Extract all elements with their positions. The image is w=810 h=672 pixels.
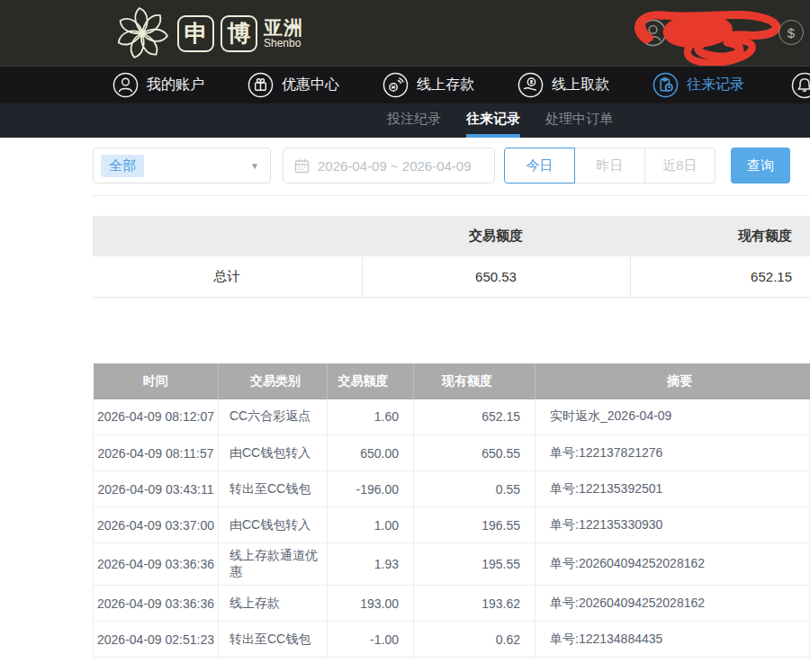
deposit-icon bbox=[382, 72, 409, 98]
transactions-table: 时间 交易类别 交易额度 现有额度 摘要 2026-04-09 08:12:07… bbox=[93, 363, 810, 659]
cell-amount: 1.60 bbox=[328, 399, 414, 435]
cell-balance: 650.55 bbox=[414, 435, 536, 471]
nav-label: 优惠中心 bbox=[282, 76, 339, 94]
cell-summary: 单号:202604094252028162 bbox=[536, 586, 810, 622]
col-header-balance: 现有额度 bbox=[414, 363, 536, 399]
divider bbox=[93, 195, 810, 196]
nav-item-online-withdraw[interactable]: 线上取款 bbox=[518, 72, 609, 98]
user-icon bbox=[112, 72, 139, 98]
table-row: 2026-04-09 08:12:07CC六合彩返点1.60652.15实时返水… bbox=[94, 399, 810, 435]
tab-bet-records[interactable]: 投注纪录 bbox=[387, 103, 441, 138]
nav-item-online-deposit[interactable]: 线上存款 bbox=[382, 72, 474, 98]
summary-header-current-amount: 现有额度 bbox=[630, 216, 810, 256]
col-header-summary: 摘要 bbox=[536, 363, 810, 399]
cell-amount: 193.00 bbox=[328, 586, 414, 622]
summary-table: 交易额度 现有额度 总计 650.53 652.15 bbox=[93, 216, 810, 298]
cell-type: 线上存款 bbox=[219, 586, 328, 622]
nav-label: 线上取款 bbox=[552, 76, 609, 94]
table-row: 2026-04-09 03:43:11转出至CC钱包-196.000.55单号:… bbox=[94, 471, 810, 507]
calendar-icon bbox=[294, 158, 310, 174]
cell-type: 线上存款通道优惠 bbox=[219, 543, 328, 586]
quick-date-button-group: 今日 昨日 近8日 bbox=[504, 148, 716, 184]
tab-transaction-records[interactable]: 往来记录 bbox=[466, 103, 520, 138]
summary-header-trade-amount: 交易额度 bbox=[362, 216, 630, 256]
chevron-down-icon: ▼ bbox=[250, 161, 259, 171]
nav-item-my-account[interactable]: 我的账户 bbox=[112, 72, 204, 98]
logo-char-bo: 博 bbox=[220, 15, 257, 52]
cell-summary: 单号:122134884435 bbox=[536, 622, 810, 658]
nav-label: 线上存款 bbox=[417, 76, 474, 94]
nav-label: 往来记录 bbox=[687, 76, 744, 94]
cell-amount: -196.00 bbox=[328, 471, 414, 507]
cell-summary: 单号:122135392501 bbox=[536, 471, 810, 507]
cell-time: 2026-04-09 08:12:07 bbox=[94, 399, 219, 435]
bell-icon[interactable] bbox=[791, 72, 810, 99]
redaction-scribble bbox=[626, 2, 790, 67]
main-nav: 我的账户 优惠中心 线上存款 线上取款 bbox=[0, 66, 810, 103]
type-dropdown-value: 全部 bbox=[101, 155, 144, 177]
cell-time: 2026-04-09 03:36:36 bbox=[94, 586, 219, 622]
sub-nav: 投注纪录 往来记录 处理中订单 bbox=[0, 103, 810, 138]
cell-time: 2026-04-09 03:36:36 bbox=[94, 543, 219, 586]
table-row: 2026-04-09 02:51:23转出至CC钱包-1.000.62单号:12… bbox=[94, 622, 810, 658]
nav-label: 我的账户 bbox=[147, 76, 204, 94]
table-row: 2026-04-09 03:36:36线上存款通道优惠1.93195.55单号:… bbox=[94, 543, 810, 586]
cell-amount: 650.00 bbox=[328, 435, 414, 471]
summary-trade-amount: 650.53 bbox=[362, 256, 630, 297]
cell-time: 2026-04-09 02:51:23 bbox=[94, 622, 219, 658]
logo-char-shen: 申 bbox=[177, 15, 214, 52]
col-header-time: 时间 bbox=[94, 363, 219, 399]
flower-logo-icon bbox=[113, 4, 171, 62]
summary-current-amount: 652.15 bbox=[630, 256, 810, 297]
yesterday-button[interactable]: 昨日 bbox=[574, 148, 645, 184]
currency-dollar-icon[interactable]: $ bbox=[778, 20, 804, 45]
cell-amount: 1.00 bbox=[328, 507, 414, 543]
content-area: 全部 ▼ 2026-04-09 ~ 2026-04-09 今日 昨日 近8日 查… bbox=[0, 148, 810, 658]
summary-header-blank bbox=[93, 216, 362, 256]
records-icon bbox=[652, 72, 679, 98]
cell-summary: 单号:202604094252028162 bbox=[536, 543, 810, 586]
transactions-body: 2026-04-09 08:12:07CC六合彩返点1.60652.15实时返水… bbox=[94, 399, 810, 658]
cell-balance: 193.62 bbox=[414, 586, 536, 622]
top-header: 申 博 亚洲 Shenbo $ bbox=[0, 0, 810, 66]
cell-balance: 652.15 bbox=[414, 399, 536, 435]
cell-amount: 1.93 bbox=[328, 543, 414, 586]
date-range-value: 2026-04-09 ~ 2026-04-09 bbox=[318, 158, 472, 174]
cell-amount: -1.00 bbox=[328, 622, 414, 658]
cell-type: 由CC钱包转入 bbox=[219, 435, 328, 471]
cell-type: 转出至CC钱包 bbox=[219, 471, 328, 507]
date-range-input[interactable]: 2026-04-09 ~ 2026-04-09 bbox=[283, 148, 495, 184]
brand-logo[interactable]: 申 博 亚洲 Shenbo bbox=[113, 4, 303, 62]
today-button[interactable]: 今日 bbox=[504, 148, 575, 184]
gift-icon bbox=[248, 72, 274, 98]
cell-time: 2026-04-09 03:43:11 bbox=[94, 471, 219, 507]
logo-subtitle: Shenbo bbox=[264, 38, 303, 49]
table-row: 2026-04-09 08:11:57由CC钱包转入650.00650.55单号… bbox=[94, 435, 810, 471]
cell-balance: 0.55 bbox=[414, 471, 536, 507]
withdraw-icon bbox=[518, 72, 544, 98]
cell-summary: 实时返水_2026-04-09 bbox=[536, 399, 810, 435]
logo-region-label: 亚洲 bbox=[264, 18, 303, 38]
cell-type: 由CC钱包转入 bbox=[219, 507, 328, 543]
search-button[interactable]: 查询 bbox=[731, 148, 790, 184]
table-row: 2026-04-09 03:37:00由CC钱包转入1.00196.55单号:1… bbox=[94, 507, 810, 543]
nav-item-promotions[interactable]: 优惠中心 bbox=[248, 72, 339, 98]
cell-balance: 196.55 bbox=[414, 507, 536, 543]
col-header-amount: 交易额度 bbox=[328, 363, 414, 399]
cell-summary: 单号:122137821276 bbox=[536, 435, 810, 471]
cell-summary: 单号:122135330930 bbox=[536, 507, 810, 543]
last-8-days-button[interactable]: 近8日 bbox=[644, 148, 716, 184]
cell-time: 2026-04-09 03:37:00 bbox=[94, 507, 219, 543]
col-header-type: 交易类别 bbox=[219, 363, 328, 399]
cell-balance: 0.62 bbox=[414, 622, 536, 658]
tab-pending-orders[interactable]: 处理中订单 bbox=[545, 103, 613, 138]
cell-type: 转出至CC钱包 bbox=[219, 622, 328, 658]
cell-time: 2026-04-09 08:11:57 bbox=[94, 435, 219, 471]
type-dropdown[interactable]: 全部 ▼ bbox=[93, 148, 271, 184]
cell-balance: 195.55 bbox=[414, 543, 536, 586]
summary-total-label: 总计 bbox=[93, 256, 362, 297]
filter-row: 全部 ▼ 2026-04-09 ~ 2026-04-09 今日 昨日 近8日 查… bbox=[93, 148, 810, 184]
nav-item-transaction-records[interactable]: 往来记录 bbox=[652, 72, 744, 98]
cell-type: CC六合彩返点 bbox=[219, 399, 328, 435]
currency-symbol: $ bbox=[788, 25, 795, 40]
